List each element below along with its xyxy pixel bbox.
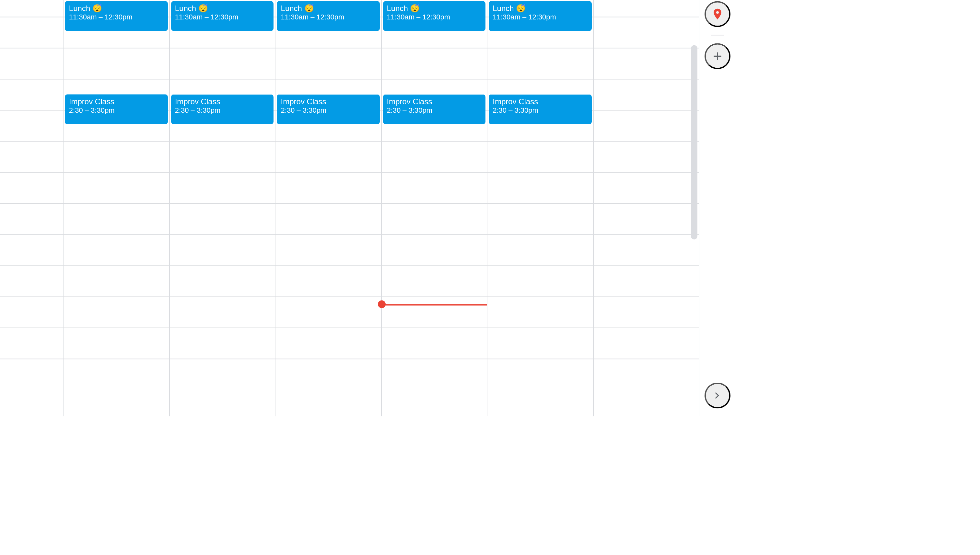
day-column[interactable] bbox=[593, 0, 699, 416]
event-time: 2:30 – 3:30pm bbox=[492, 106, 587, 114]
day-column[interactable]: Lunch 😴11:30am – 12:30pmImprov Class2:30… bbox=[275, 0, 381, 416]
maps-pin-icon bbox=[711, 8, 724, 21]
event-title: Lunch 😴 bbox=[386, 4, 481, 13]
get-addons-button[interactable] bbox=[704, 43, 730, 69]
right-side-panel bbox=[699, 0, 735, 416]
main-calendar-grid: GMT+01 SUN17MON18TUE19WED20THU21FRI22SAT… bbox=[0, 0, 699, 416]
calendar-event[interactable]: Improv Class2:30 – 3:30pm bbox=[489, 95, 591, 124]
hide-panel-button[interactable] bbox=[704, 383, 730, 409]
calendar-event[interactable]: Improv Class2:30 – 3:30pm bbox=[171, 95, 274, 124]
event-time: 11:30am – 12:30pm bbox=[69, 13, 164, 21]
calendar-event[interactable]: Lunch 😴11:30am – 12:30pm bbox=[277, 1, 380, 31]
event-title: Improv Class bbox=[175, 97, 270, 106]
day-column[interactable]: Lunch 😴11:30am – 12:30pmImprov Class2:30… bbox=[63, 0, 169, 416]
event-time: 11:30am – 12:30pm bbox=[281, 13, 376, 21]
calendar-event[interactable]: Improv Class2:30 – 3:30pm bbox=[277, 95, 380, 124]
calendar-event[interactable]: Improv Class2:30 – 3:30pm bbox=[383, 95, 486, 124]
calendar-event[interactable]: Improv Class2:30 – 3:30pm bbox=[65, 95, 168, 124]
event-time: 11:30am – 12:30pm bbox=[175, 13, 270, 21]
event-title: Lunch 😴 bbox=[69, 4, 164, 13]
event-title: Lunch 😴 bbox=[492, 4, 587, 13]
event-title: Improv Class bbox=[386, 97, 481, 106]
event-title: Improv Class bbox=[492, 97, 587, 106]
event-time: 11:30am – 12:30pm bbox=[386, 13, 481, 21]
day-column[interactable]: Lunch 😴11:30am – 12:30pmImprov Class2:30… bbox=[381, 0, 487, 416]
event-title: Improv Class bbox=[69, 97, 164, 106]
event-time: 11:30am – 12:30pm bbox=[492, 13, 587, 21]
chevron-right-icon bbox=[711, 389, 724, 402]
vertical-scrollbar[interactable] bbox=[690, 6, 699, 416]
event-title: Lunch 😴 bbox=[175, 4, 270, 13]
calendar-event[interactable]: Lunch 😴11:30am – 12:30pm bbox=[383, 1, 486, 31]
event-time: 2:30 – 3:30pm bbox=[175, 106, 270, 114]
calendar-event[interactable]: Lunch 😴11:30am – 12:30pm bbox=[489, 1, 591, 31]
plus-icon bbox=[711, 50, 724, 63]
day-column[interactable]: Lunch 😴11:30am – 12:30pmImprov Class2:30… bbox=[487, 0, 593, 416]
day-column[interactable] bbox=[0, 0, 63, 416]
maps-app-button[interactable] bbox=[704, 1, 730, 27]
event-time: 2:30 – 3:30pm bbox=[69, 106, 164, 114]
current-time-indicator bbox=[381, 305, 487, 306]
event-title: Improv Class bbox=[281, 97, 376, 106]
calendar-event[interactable]: Lunch 😴11:30am – 12:30pm bbox=[171, 1, 274, 31]
day-column[interactable]: Lunch 😴11:30am – 12:30pmImprov Class2:30… bbox=[169, 0, 275, 416]
event-time: 2:30 – 3:30pm bbox=[386, 106, 481, 114]
event-title: Lunch 😴 bbox=[281, 4, 376, 13]
event-time: 2:30 – 3:30pm bbox=[281, 106, 376, 114]
calendar-event[interactable]: Lunch 😴11:30am – 12:30pm bbox=[65, 1, 168, 31]
current-time-dot bbox=[378, 300, 385, 308]
